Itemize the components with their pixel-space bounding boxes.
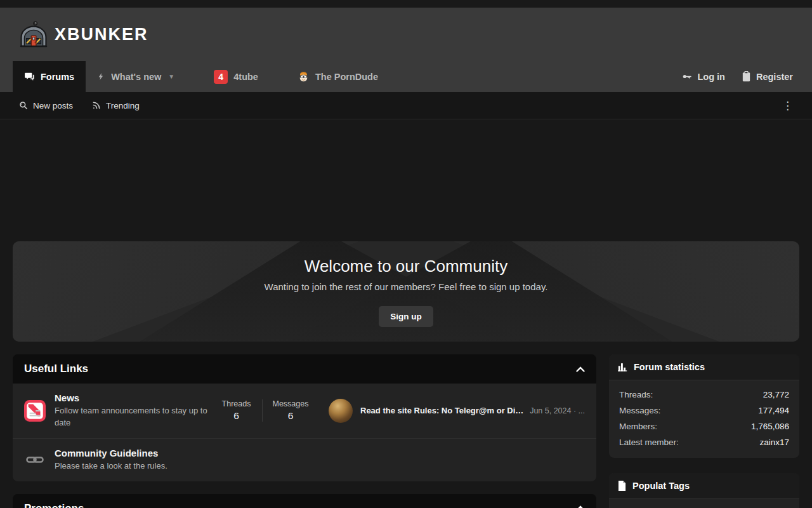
welcome-title: Welcome to our Community xyxy=(304,257,508,276)
main-columns: Useful Links xyxy=(13,354,799,508)
subnav-label: Trending xyxy=(106,101,140,110)
useful-links-rows: News Follow team announcements to stay u… xyxy=(13,384,596,481)
chevron-up-icon[interactable] xyxy=(576,505,585,508)
chevron-down-icon: ▼ xyxy=(168,73,174,80)
stats-row: Threads: 23,772 xyxy=(619,387,789,403)
popular-tags-header: Populat Tags xyxy=(609,473,799,499)
stats-row: Messages: 177,494 xyxy=(619,403,789,418)
stats-row: Latest member: zainx17 xyxy=(619,434,789,450)
promotions-panel: Promotions xyxy=(13,494,596,508)
nav-spacer xyxy=(390,61,681,92)
subnav-new-posts[interactable]: New posts xyxy=(19,101,73,110)
node-text: News Follow team announcements to stay u… xyxy=(55,392,214,429)
tab-label: What's new xyxy=(111,72,161,82)
latest-thread-meta: Jun 5, 2024 · ... xyxy=(530,406,585,415)
subnav-label: New posts xyxy=(33,101,73,110)
stat-label: Latest member: xyxy=(619,438,679,447)
messages-label: Messages xyxy=(266,399,315,408)
popular-tags-body xyxy=(609,499,799,508)
document-icon xyxy=(618,481,626,491)
kebab-menu-icon[interactable]: ⋮ xyxy=(777,97,798,115)
threads-value: 6 xyxy=(214,410,258,422)
forum-statistics-body: Threads: 23,772 Messages: 177,494 Member… xyxy=(609,380,799,458)
messages-value: 6 xyxy=(266,410,315,422)
secondary-nav: New posts Trending ⋮ xyxy=(0,92,812,119)
threads-label: Threads xyxy=(214,399,258,408)
tab-porndude[interactable]: The PornDude xyxy=(286,61,390,92)
latest-thread-title[interactable]: Read the site Rules: No Telegr@m or Disc… xyxy=(360,406,527,415)
logo-row: XBUNKER xyxy=(0,8,812,61)
link-icon xyxy=(24,455,46,465)
stat-label: Members: xyxy=(619,422,657,431)
auth-links: Log in Register xyxy=(681,61,793,92)
stats-row: Members: 1,765,086 xyxy=(619,418,789,434)
bar-chart-icon xyxy=(618,363,627,371)
stat-value: 1,765,086 xyxy=(751,422,789,431)
register-icon xyxy=(742,71,751,82)
popular-tags-panel: Populat Tags xyxy=(609,473,799,508)
panel-title: Populat Tags xyxy=(632,481,690,491)
useful-links-panel: Useful Links xyxy=(13,354,596,481)
sidebar: Forum statistics Threads: 23,772 Message… xyxy=(609,354,799,508)
4tube-icon: 4 xyxy=(214,70,228,84)
node-description: Follow team announcements to stay up to … xyxy=(55,405,214,429)
brand-name: XBUNKER xyxy=(55,25,148,44)
stat-value[interactable]: zainx17 xyxy=(759,438,789,447)
forum-statistics-panel: Forum statistics Threads: 23,772 Message… xyxy=(609,354,799,458)
messages-stat: Messages 6 xyxy=(266,399,315,422)
site-logo[interactable]: XBUNKER xyxy=(19,20,148,48)
avatar[interactable] xyxy=(329,399,353,423)
node-title[interactable]: News xyxy=(55,392,214,403)
top-strip xyxy=(0,0,812,8)
forums-icon xyxy=(24,71,35,82)
login-label: Log in xyxy=(697,72,725,82)
latest-thread: Read the site Rules: No Telegr@m or Disc… xyxy=(329,399,585,423)
site-header: XBUNKER Forums What's new ▼ 4 4tube xyxy=(0,8,812,92)
tab-label: Forums xyxy=(41,72,74,82)
panel-title: Forum statistics xyxy=(634,362,705,372)
stat-label: Messages: xyxy=(619,406,660,415)
primary-nav: Forums What's new ▼ 4 4tube xyxy=(0,61,812,92)
promotions-header: Promotions xyxy=(13,494,596,508)
page-content: New posts Welcome to our Community Wanti… xyxy=(0,241,812,508)
forum-statistics-header: Forum statistics xyxy=(609,354,799,380)
register-link[interactable]: Register xyxy=(742,71,793,82)
node-description: Please take a look at the rules. xyxy=(55,460,167,472)
key-icon xyxy=(681,71,692,82)
panel-title: Promotions xyxy=(24,502,84,508)
panel-title: Useful Links xyxy=(24,363,88,375)
stat-value: 23,772 xyxy=(763,390,789,399)
tab-4tube[interactable]: 4 4tube xyxy=(202,61,270,92)
welcome-banner: Welcome to our Community Wanting to join… xyxy=(13,241,799,342)
bunker-logo-icon xyxy=(19,20,48,48)
banner-content: Welcome to our Community Wanting to join… xyxy=(13,241,799,342)
lightning-icon xyxy=(97,72,105,81)
search-icon xyxy=(19,101,28,110)
forum-node-row-guidelines[interactable]: Community Guidelines Please take a look … xyxy=(13,438,596,481)
useful-links-header: Useful Links xyxy=(13,354,596,384)
tab-whats-new[interactable]: What's new ▼ xyxy=(86,61,186,92)
porndude-icon xyxy=(298,71,310,82)
login-link[interactable]: Log in xyxy=(681,71,725,82)
subnav-trending[interactable]: Trending xyxy=(92,101,140,110)
main-column: Useful Links xyxy=(13,354,596,508)
sign-up-button[interactable]: Sign up xyxy=(379,306,433,327)
forum-node-row-news[interactable]: News Follow team announcements to stay u… xyxy=(13,384,596,438)
tab-label: 4tube xyxy=(233,72,258,82)
node-title[interactable]: Community Guidelines xyxy=(55,448,167,458)
news-icon xyxy=(24,400,46,422)
stat-label: Threads: xyxy=(619,390,653,399)
threads-stat: Threads 6 xyxy=(214,399,263,422)
register-label: Register xyxy=(756,72,793,82)
welcome-subtitle: Wanting to join the rest of our members?… xyxy=(265,281,548,292)
latest-line: Read the site Rules: No Telegr@m or Disc… xyxy=(360,406,585,415)
tab-forums[interactable]: Forums xyxy=(13,61,86,92)
chevron-up-icon[interactable] xyxy=(576,366,585,372)
rss-icon xyxy=(92,101,101,110)
tab-label: The PornDude xyxy=(315,72,378,82)
stat-value: 177,494 xyxy=(758,406,789,415)
node-text: Community Guidelines Please take a look … xyxy=(55,448,167,472)
